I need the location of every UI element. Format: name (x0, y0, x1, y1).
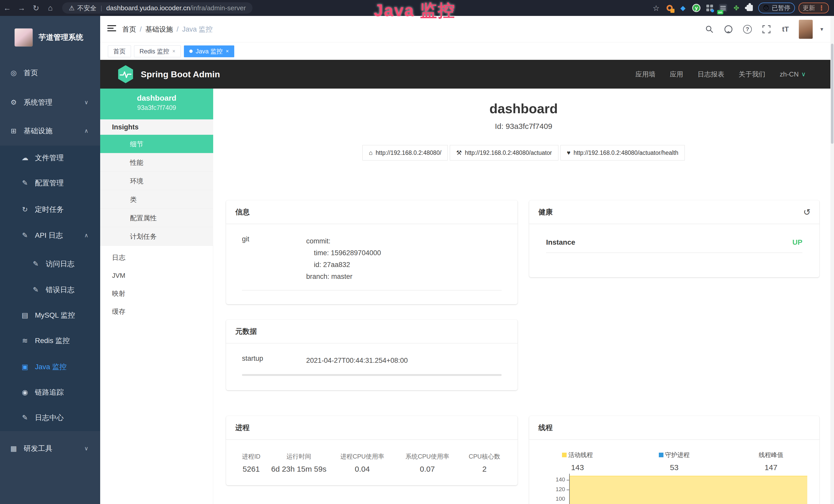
uptime-value: 6d 23h 15m 59s (269, 465, 329, 474)
actuator-url-link[interactable]: ⚒ http://192.168.0.2:48080/actuator (450, 145, 558, 160)
collapse-sidebar-icon[interactable] (107, 25, 116, 32)
user-menu-caret-icon[interactable]: ▾ (820, 26, 823, 32)
history-icon[interactable]: ↺ (804, 200, 811, 224)
sba-link-about[interactable]: 关于我们 (739, 70, 765, 79)
y-tick-140: 140 (545, 476, 565, 483)
instance-label: Instance (546, 238, 575, 247)
app-logo-row[interactable]: 芋道管理系统 (0, 20, 100, 55)
sidebar-item-dev-tools[interactable]: ▦ 研发工具 ∨ (0, 439, 100, 458)
legend-live-threads: 活动线程 143 (529, 451, 626, 472)
browser-reload-icon[interactable]: ↻ (29, 4, 43, 13)
fullscreen-icon[interactable] (761, 24, 772, 35)
extension-reader-icon[interactable]: on (718, 3, 728, 13)
bookmark-star-icon[interactable]: ☆ (653, 4, 660, 13)
user-avatar[interactable] (799, 20, 813, 39)
help-icon[interactable]: ? (742, 24, 753, 35)
locale-caret-icon: ∨ (801, 71, 806, 78)
breadcrumb-current: Java 监控 (182, 25, 213, 34)
sba-instance-header[interactable]: dashboard 93a3fc7f7409 (100, 89, 213, 119)
health-card: 健康 ↺ Instance UP (529, 200, 819, 277)
gear-icon: ⚙ (9, 98, 18, 107)
sidebar-item-redis-monitor[interactable]: ≋ Redis 监控 (0, 332, 100, 350)
instance-name: dashboard (100, 94, 213, 102)
sba-item-classes[interactable]: 类 (100, 190, 213, 209)
close-icon[interactable]: × (226, 48, 229, 54)
browser-forward-icon[interactable]: → (14, 4, 29, 12)
tab-home[interactable]: 首页 (108, 45, 131, 57)
threads-card-title: 线程 (529, 416, 819, 439)
layers-icon: ≋ (21, 337, 29, 345)
sba-brand-title[interactable]: Spring Boot Admin (141, 69, 220, 79)
extension-orange-icon[interactable] (665, 3, 675, 13)
update-button[interactable]: 更新 ⋮ (798, 3, 829, 13)
page-scrollbar[interactable] (830, 16, 834, 504)
browser-actions: ☆ ◆ y on ✤ (653, 0, 829, 16)
sba-link-journal[interactable]: 日志报表 (698, 70, 724, 79)
sba-link-applications[interactable]: 应用 (670, 70, 683, 79)
log-icon: ✎ (21, 414, 29, 422)
sidebar-item-tracing[interactable]: ◉ 链路追踪 (0, 383, 100, 401)
insights-group-label: Insights (100, 119, 213, 135)
extension-grid-icon[interactable] (705, 3, 715, 13)
sidebar-item-config[interactable]: ✎ 配置管理 (0, 174, 100, 192)
sidebar-item-files[interactable]: ☁ 文件管理 (0, 149, 100, 167)
service-url-link[interactable]: ⌂ http://192.168.0.2:48080/ (363, 145, 448, 160)
sba-item-caches[interactable]: 缓存 (100, 302, 213, 321)
breadcrumb-home[interactable]: 首页 (122, 25, 136, 34)
tabs-bar: 首页 Redis 监控 × Java 监控 × (100, 43, 834, 60)
close-icon[interactable]: × (172, 48, 175, 54)
browser-home-icon[interactable]: ⌂ (43, 4, 58, 12)
sidebar-item-scheduled-jobs[interactable]: ↻ 定时任务 (0, 201, 100, 219)
sba-locale-select[interactable]: zh-CN ∨ (780, 70, 806, 78)
page-title: dashboard (213, 101, 834, 116)
sba-item-details[interactable]: 细节 (100, 135, 213, 153)
extension-leaf-icon[interactable]: ✤ (731, 3, 741, 13)
chevron-down-icon: ∨ (84, 99, 88, 106)
url-path: /infra/admin-server (190, 4, 246, 12)
sidebar-item-infra[interactable]: ⊞ 基础设施 ∧ (0, 122, 100, 140)
sba-item-config-props[interactable]: 配置属性 (100, 209, 213, 227)
instance-id: 93a3fc7f7409 (100, 104, 213, 111)
sidebar-item-system[interactable]: ⚙ 系统管理 ∨ (0, 93, 100, 111)
horizontal-scrollbar[interactable] (242, 374, 502, 376)
sidebar-item-error-logs[interactable]: ✎ 错误日志 (0, 281, 100, 299)
monitor-icon: ▣ (21, 363, 29, 371)
sba-item-logs[interactable]: 日志 (100, 248, 213, 267)
active-tab-dot (189, 49, 193, 53)
sidebar-item-mysql-monitor[interactable]: ▤ MySQL 监控 (0, 306, 100, 324)
github-icon[interactable] (723, 24, 734, 35)
font-size-icon[interactable]: tT (780, 24, 791, 35)
browser-back-icon[interactable]: ← (0, 4, 14, 12)
tab-java-monitor[interactable]: Java 监控 × (184, 45, 234, 57)
infra-icon: ⊞ (9, 127, 18, 135)
health-url-link[interactable]: ♥ http://192.168.0.2:48080/actuator/heal… (561, 145, 685, 160)
process-table-headers: 进程ID 运行时间 进程CPU使用率 系统CPU使用率 CPU核心数 (234, 452, 510, 461)
sidebar-item-home[interactable]: ◎ 首页 (0, 64, 100, 82)
wrench-icon: ⚒ (456, 149, 462, 156)
sidebar-item-api-logs[interactable]: ✎ API 日志 ∧ (0, 226, 100, 245)
extensions-puzzle-icon[interactable] (745, 3, 755, 13)
sidebar-item-access-logs[interactable]: ✎ 访问日志 (0, 255, 100, 273)
scrollbar-thumb[interactable] (831, 44, 833, 144)
sba-item-metrics[interactable]: 性能 (100, 153, 213, 172)
sba-item-mappings[interactable]: 映射 (100, 284, 213, 303)
address-bar[interactable]: ⚠ 不安全 | dashboard.yudao.iocoder.cn /infr… (62, 2, 253, 14)
sba-link-wallboard[interactable]: 应用墙 (635, 70, 656, 79)
sba-item-jvm[interactable]: JVM (100, 266, 213, 285)
paused-profile-chip[interactable]: 😯 已暂停 (758, 3, 795, 13)
cpu-cores-value: 2 (459, 465, 510, 474)
extension-pin-icon[interactable]: ◆ (678, 3, 688, 13)
sidebar-item-log-center[interactable]: ✎ 日志中心 (0, 409, 100, 427)
search-icon[interactable] (704, 24, 715, 35)
breadcrumb-infra[interactable]: 基础设施 (146, 25, 173, 34)
tab-redis-monitor[interactable]: Redis 监控 × (134, 45, 181, 57)
sba-item-environment[interactable]: 环境 (100, 172, 213, 190)
sidebar-item-java-monitor[interactable]: ▣ Java 监控 (0, 358, 100, 376)
extension-y-icon[interactable]: y (692, 3, 701, 13)
spring-boot-admin-logo-icon[interactable] (117, 65, 134, 84)
sba-item-scheduled-tasks[interactable]: 计划任务 (100, 227, 213, 246)
git-label: git (242, 235, 306, 282)
system-cpu-value: 0.07 (396, 465, 459, 474)
info-card: 信息 git commit: time: 1596289704000 id: 2… (226, 200, 518, 304)
browser-menu-icon[interactable]: ⋮ (818, 4, 825, 12)
